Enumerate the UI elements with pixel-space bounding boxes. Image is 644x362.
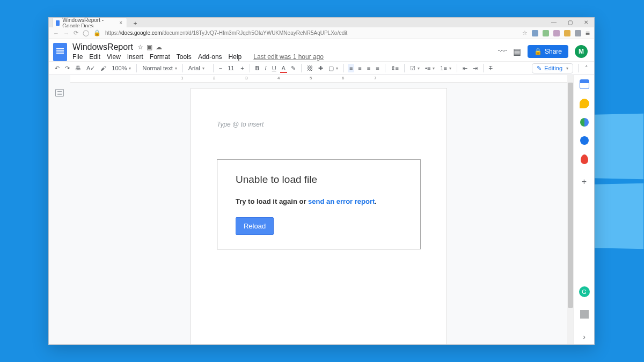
docs-favicon-icon — [56, 20, 60, 26]
minimize-button[interactable]: — — [546, 18, 562, 27]
italic-button[interactable]: I — [264, 64, 268, 72]
vertical-scrollbar[interactable] — [567, 75, 574, 344]
decrease-indent-button[interactable]: ⇤ — [461, 64, 469, 73]
increase-indent-button[interactable]: ⇥ — [471, 64, 479, 73]
last-edit-link[interactable]: Last edit was 1 hour ago — [253, 53, 324, 61]
document-area: 1 2 3 4 5 6 7 Type @ to insert Unable to… — [70, 75, 567, 344]
error-message: Try to load it again or send an error re… — [236, 197, 402, 205]
grammarly-icon[interactable]: G — [579, 286, 590, 297]
undo-button[interactable]: ↶ — [53, 64, 61, 73]
clear-formatting-button[interactable]: T — [487, 64, 494, 72]
font-dropdown[interactable]: Arial▾ — [187, 64, 209, 72]
align-center-button[interactable]: ≡ — [356, 64, 363, 72]
docs-header: WindowsReport ☆ ▣ ☁ File Edit View Inser… — [49, 39, 594, 61]
left-gutter — [49, 75, 70, 344]
underline-button[interactable]: U — [270, 64, 278, 72]
decrease-font-button[interactable]: − — [217, 64, 224, 72]
editing-mode-dropdown[interactable]: ✎ Editing ▾ — [532, 63, 573, 73]
document-page[interactable]: Type @ to insert Unable to load file Try… — [191, 88, 447, 344]
font-size-input[interactable]: 11 — [226, 64, 237, 72]
reload-button[interactable]: Reload — [236, 217, 274, 235]
checklist-button[interactable]: ☑▾ — [408, 64, 421, 73]
menu-addons[interactable]: Add-ons — [198, 53, 222, 61]
bold-button[interactable]: B — [254, 64, 261, 72]
document-outline-button[interactable] — [55, 89, 64, 97]
align-left-button[interactable]: ≡ — [348, 64, 354, 72]
url-bar: ← → ⟳ ◯ 🔒 https://docs.google.com/docume… — [49, 27, 594, 39]
menu-bar: File Edit View Insert Format Tools Add-o… — [72, 53, 324, 61]
menu-edit[interactable]: Edit — [89, 53, 100, 61]
horizontal-ruler[interactable]: 1 2 3 4 5 6 7 — [70, 75, 567, 83]
new-tab-button[interactable]: + — [130, 20, 140, 27]
menu-tools[interactable]: Tools — [177, 53, 192, 61]
paragraph-style-dropdown[interactable]: Normal text▾ — [141, 64, 178, 72]
window-controls: — ▢ ✕ — [546, 18, 594, 27]
insert-image-button[interactable]: ▢▾ — [327, 64, 340, 73]
tab-strip: WindowsReport - Google Docs × + — ▢ ✕ — [49, 18, 594, 27]
cloud-status-icon[interactable]: ☁ — [156, 43, 162, 51]
maximize-button[interactable]: ▢ — [562, 18, 578, 27]
forward-button[interactable]: → — [63, 30, 69, 36]
extension-icon[interactable] — [553, 30, 560, 36]
browser-menu-button[interactable]: ≡ — [586, 29, 590, 38]
insert-link-button[interactable]: ⛓ — [305, 64, 314, 72]
add-comment-button[interactable]: ✚ — [317, 64, 325, 73]
formatting-toolbar: ↶ ↷ 🖶 A✓ 🖌 100%▾ Normal text▾ Arial▾ − 1… — [49, 61, 594, 75]
browser-tab[interactable]: WindowsReport - Google Docs × — [52, 18, 127, 27]
activity-icon[interactable]: 〰 — [498, 47, 507, 56]
bulleted-list-button[interactable]: •≡▾ — [423, 64, 436, 72]
menu-insert[interactable]: Insert — [127, 53, 143, 61]
reload-page-button[interactable]: ⟳ — [74, 29, 78, 36]
highlight-button[interactable]: ✎ — [289, 64, 297, 73]
menu-format[interactable]: Format — [150, 53, 170, 61]
spellcheck-button[interactable]: A✓ — [85, 64, 97, 73]
comments-icon[interactable]: ▤ — [513, 47, 521, 57]
star-document-icon[interactable]: ☆ — [137, 43, 143, 51]
menu-view[interactable]: View — [107, 53, 121, 61]
calendar-icon[interactable] — [580, 79, 589, 89]
text-color-button[interactable]: A — [280, 64, 287, 72]
error-dialog: Unable to load file Try to load it again… — [217, 159, 421, 249]
redo-button[interactable]: ↷ — [63, 64, 71, 73]
keep-icon[interactable] — [580, 99, 589, 108]
extension-icon[interactable] — [575, 30, 581, 36]
zoom-dropdown[interactable]: 100%▾ — [110, 65, 133, 71]
line-spacing-button[interactable]: ⇕≡ — [389, 64, 400, 73]
maps-icon[interactable] — [581, 154, 588, 164]
close-tab-icon[interactable]: × — [119, 20, 122, 26]
increase-font-button[interactable]: + — [239, 64, 245, 72]
print-button[interactable]: 🖶 — [74, 64, 83, 72]
menu-file[interactable]: File — [72, 53, 83, 61]
align-right-button[interactable]: ≡ — [365, 64, 372, 72]
contacts-icon[interactable] — [580, 136, 589, 145]
error-report-link[interactable]: send an error report — [308, 197, 375, 205]
account-avatar[interactable]: M — [575, 45, 588, 58]
explore-button[interactable] — [580, 310, 589, 319]
bookmark-star-icon[interactable]: ☆ — [522, 29, 528, 36]
align-justify-button[interactable]: ≡ — [374, 64, 380, 72]
shield-icon[interactable]: ◯ — [83, 29, 89, 36]
error-title: Unable to load file — [236, 174, 402, 186]
workspace: 1 2 3 4 5 6 7 Type @ to insert Unable to… — [49, 75, 594, 344]
scroll-thumb[interactable] — [568, 83, 573, 308]
url-field[interactable]: https://docs.google.com/document/d/16TyJ… — [105, 30, 518, 36]
move-document-icon[interactable]: ▣ — [147, 43, 152, 51]
back-button[interactable]: ← — [53, 30, 59, 36]
share-button[interactable]: 🔒 Share — [528, 45, 568, 58]
hide-sidepanel-button[interactable]: › — [583, 333, 586, 341]
menu-help[interactable]: Help — [229, 53, 242, 61]
document-title[interactable]: WindowsReport — [72, 42, 133, 52]
collapse-toolbar-button[interactable]: ˄ — [583, 64, 590, 73]
extension-icon[interactable] — [543, 30, 549, 36]
tasks-icon[interactable] — [580, 118, 589, 127]
extension-icon[interactable] — [532, 30, 538, 36]
numbered-list-button[interactable]: 1≡▾ — [438, 64, 453, 72]
google-docs-logo-icon[interactable] — [53, 43, 67, 61]
close-window-button[interactable]: ✕ — [578, 18, 594, 27]
paint-format-button[interactable]: 🖌 — [99, 64, 108, 72]
pencil-icon: ✎ — [537, 65, 541, 72]
browser-window: WindowsReport - Google Docs × + — ▢ ✕ ← … — [48, 17, 595, 345]
extension-icon[interactable] — [564, 30, 570, 36]
get-addons-button[interactable]: + — [582, 177, 587, 187]
lock-icon: 🔒 — [93, 29, 101, 36]
